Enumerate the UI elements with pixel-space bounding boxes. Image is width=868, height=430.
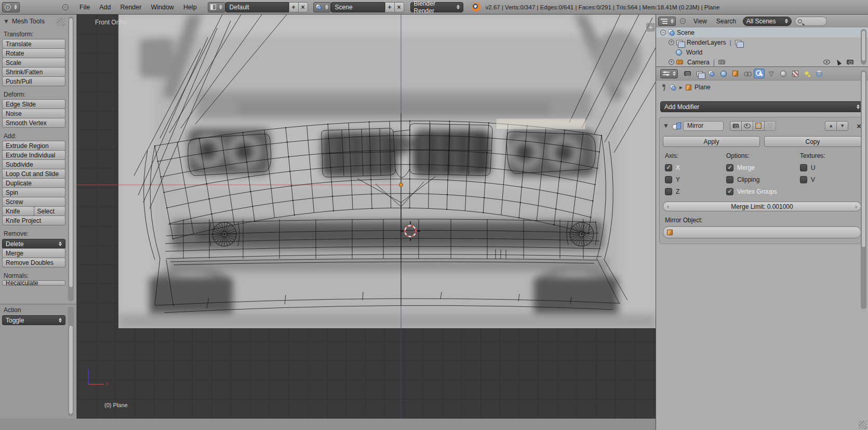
panel-collapse-icon[interactable]: ▼: [3, 18, 9, 24]
knife-project-button[interactable]: Knife Project: [2, 216, 65, 225]
properties-scroll-thumb[interactable]: [861, 71, 866, 248]
outliner-search-box[interactable]: [795, 17, 827, 26]
screen-layout-icon-button[interactable]: [208, 2, 225, 12]
panel-expand-icon[interactable]: ▼: [663, 123, 669, 129]
editor-type-button[interactable]: i: [2, 2, 20, 12]
texture-v-checkbox-row[interactable]: V: [800, 176, 859, 183]
menu-help[interactable]: Help: [179, 4, 202, 11]
edge-slide-button[interactable]: Edge Slide: [2, 99, 65, 109]
viewport-visibility-toggle[interactable]: [741, 121, 753, 131]
checkbox-unchecked[interactable]: [800, 176, 807, 183]
selectability-cursor-icon[interactable]: [835, 59, 842, 65]
tool-shelf-scrollbar[interactable]: [68, 17, 74, 301]
tool-shelf-scroll-thumb[interactable]: [69, 18, 73, 288]
add-modifier-dropdown[interactable]: Add Modifier: [660, 101, 864, 112]
outliner-collapse-icon[interactable]: −: [680, 18, 686, 24]
expand-item-icon[interactable]: +: [669, 39, 674, 45]
outliner-item-renderlayers[interactable]: + RenderLayers |: [656, 37, 868, 47]
render-engine-dropdown[interactable]: Blender Render: [410, 2, 463, 12]
extrude-individual-button[interactable]: Extrude Individual: [2, 150, 65, 160]
recalculate-button[interactable]: Recalculate: [2, 280, 65, 286]
layout-name-field[interactable]: Default: [225, 2, 289, 12]
knife-select-button[interactable]: Select: [34, 206, 66, 216]
checkbox-checked[interactable]: ✓: [726, 188, 733, 195]
tab-physics[interactable]: [813, 69, 824, 78]
axis-z-checkbox-row[interactable]: Z: [665, 187, 726, 195]
remove-doubles-button[interactable]: Remove Doubles: [2, 258, 65, 267]
rotate-button[interactable]: Rotate: [2, 48, 65, 58]
texture-u-checkbox-row[interactable]: U: [800, 164, 859, 171]
knife-button[interactable]: Knife: [2, 206, 34, 216]
operator-toggle-dropdown[interactable]: Toggle: [2, 315, 65, 325]
subdivide-button[interactable]: Subdivide: [2, 159, 65, 169]
tab-material[interactable]: [778, 69, 789, 78]
checkbox-checked[interactable]: ✓: [665, 164, 672, 171]
outliner-scroll-thumb[interactable]: [861, 30, 866, 61]
operator-panel-scrollbar[interactable]: [68, 306, 74, 416]
delete-dropdown[interactable]: Delete: [2, 239, 65, 249]
merge-button[interactable]: Merge: [2, 248, 65, 258]
render-visibility-toggle[interactable]: [730, 121, 742, 131]
axis-x-checkbox-row[interactable]: ✓ X: [665, 164, 726, 171]
tab-constraints[interactable]: [742, 69, 753, 78]
vertex-groups-checkbox-row[interactable]: ✓ Vertex Groups: [726, 187, 800, 195]
expand-camera-icon[interactable]: +: [669, 59, 674, 65]
tab-object[interactable]: [730, 69, 741, 78]
outliner-filter-dropdown[interactable]: All Scenes: [743, 17, 792, 26]
menu-render[interactable]: Render: [115, 4, 146, 11]
tab-object-data[interactable]: ▽: [766, 69, 777, 78]
tab-render[interactable]: [682, 69, 693, 78]
checkbox-unchecked[interactable]: [726, 176, 733, 183]
delete-scene-button[interactable]: ×: [394, 2, 404, 12]
tab-render-layers[interactable]: [694, 69, 705, 78]
checkbox-unchecked[interactable]: [665, 176, 672, 183]
axis-y-checkbox-row[interactable]: Y: [665, 176, 726, 183]
tab-world[interactable]: [718, 69, 729, 78]
menu-file[interactable]: File: [75, 4, 95, 11]
pin-icon[interactable]: [661, 84, 666, 91]
tab-texture[interactable]: [790, 69, 800, 78]
properties-scrollbar[interactable]: [861, 70, 866, 309]
outliner-scrollbar[interactable]: [861, 29, 866, 64]
slider-left-arrow[interactable]: ‹: [667, 203, 669, 210]
copy-button[interactable]: Copy: [764, 136, 861, 147]
move-modifier-down-button[interactable]: ▼: [836, 121, 848, 131]
menu-window[interactable]: Window: [146, 4, 178, 11]
editmode-visibility-toggle[interactable]: [753, 121, 765, 131]
clipping-checkbox-row[interactable]: Clipping: [726, 176, 800, 183]
outliner-menu-view[interactable]: View: [689, 18, 712, 25]
screw-button[interactable]: Screw: [2, 197, 65, 207]
collapse-item-icon[interactable]: −: [660, 30, 666, 35]
outliner-item-world[interactable]: World: [656, 47, 868, 57]
scene-icon-button[interactable]: [313, 2, 331, 12]
shrink-fatten-button[interactable]: Shrink/Fatten: [2, 67, 65, 77]
checkbox-unchecked[interactable]: [665, 188, 672, 195]
outliner-menu-search[interactable]: Search: [712, 18, 741, 25]
mirror-object-field[interactable]: [663, 226, 861, 238]
apply-button[interactable]: Apply: [663, 136, 760, 147]
viewport-3d[interactable]: Front Ortho (0) Plane x +: [77, 15, 656, 419]
merge-checkbox-row[interactable]: ✓ Merge: [726, 164, 800, 171]
cage-toggle[interactable]: ▽: [764, 121, 776, 131]
outliner-item-scene[interactable]: − Scene: [656, 28, 868, 37]
translate-button[interactable]: Translate: [2, 39, 65, 49]
outliner-editor-type-button[interactable]: [658, 17, 676, 26]
tab-particles[interactable]: [802, 69, 812, 78]
move-modifier-up-button[interactable]: ▲: [825, 121, 837, 131]
add-layout-button[interactable]: +: [289, 2, 299, 12]
collapse-menus-icon[interactable]: −: [62, 4, 69, 10]
panel-drag-grip[interactable]: [57, 18, 65, 26]
menu-add[interactable]: Add: [95, 4, 115, 11]
tab-scene[interactable]: [706, 69, 717, 78]
properties-editor-type-button[interactable]: [660, 69, 678, 78]
extrude-region-button[interactable]: Extrude Region: [2, 141, 65, 151]
visibility-eye-icon[interactable]: [823, 60, 830, 64]
scale-button[interactable]: Scale: [2, 58, 65, 68]
noise-button[interactable]: Noise: [2, 109, 65, 118]
loop-cut-button[interactable]: Loop Cut and Slide: [2, 169, 65, 179]
delete-layout-button[interactable]: ×: [298, 2, 308, 12]
expand-properties-region-button[interactable]: +: [646, 23, 655, 32]
add-scene-button[interactable]: +: [385, 2, 395, 12]
slider-right-arrow[interactable]: ›: [855, 203, 857, 210]
outliner-item-camera[interactable]: + Camera |: [656, 57, 868, 67]
